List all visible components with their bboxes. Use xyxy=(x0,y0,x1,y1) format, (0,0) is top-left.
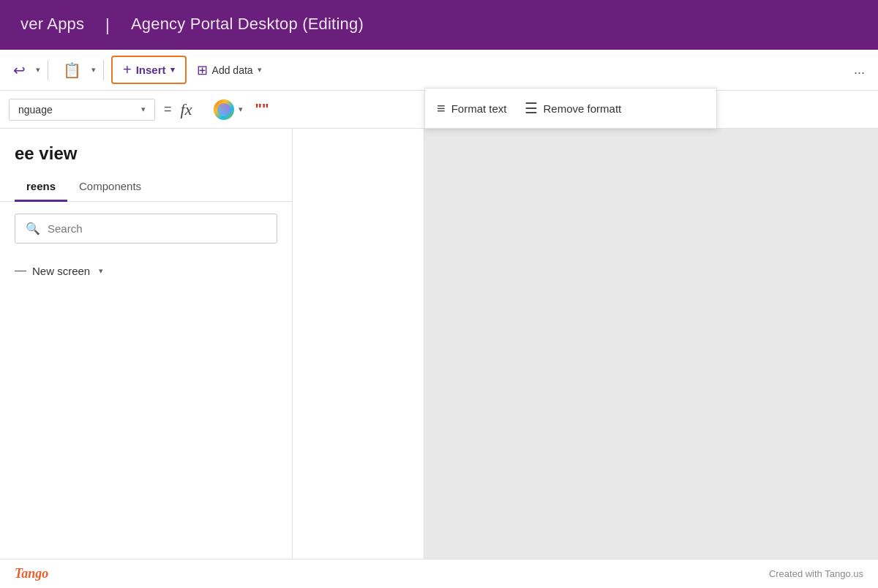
copilot-icon xyxy=(212,98,236,121)
new-screen-chevron-icon: ▾ xyxy=(99,266,103,276)
equals-symbol: = xyxy=(164,102,172,117)
insert-chevron-icon: ▾ xyxy=(170,65,175,75)
remove-format-label: Remove formatt xyxy=(544,102,622,115)
paste-chevron: ▾ xyxy=(91,65,96,75)
search-box[interactable]: 🔍 xyxy=(15,214,277,244)
format-toolbar-dropdown: ≡ Format text ☰ Remove formatt xyxy=(424,88,717,129)
paste-icon: 📋 xyxy=(63,61,81,79)
divider-2 xyxy=(103,60,104,80)
format-text-icon: ≡ xyxy=(437,100,446,117)
add-data-chevron-icon: ▾ xyxy=(258,65,262,75)
bottom-bar: Tango Created with Tango.us xyxy=(0,559,878,588)
svg-point-1 xyxy=(217,103,230,116)
format-text-item[interactable]: ≡ Format text xyxy=(437,100,507,117)
undo-icon: ↩ xyxy=(13,61,26,79)
new-screen-label: New screen xyxy=(32,265,90,277)
insert-label: Insert xyxy=(136,64,166,76)
copilot-area: ▾ xyxy=(212,98,243,121)
format-text-label: Format text xyxy=(451,102,507,115)
tango-credit: Created with Tango.us xyxy=(769,568,863,579)
language-dropdown[interactable]: nguage ▾ xyxy=(9,99,155,121)
search-input[interactable] xyxy=(48,222,266,235)
language-label: nguage xyxy=(18,104,53,116)
header-title: ver Apps | Agency Portal Desktop (Editin… xyxy=(15,15,369,35)
add-data-icon: ⊞ xyxy=(197,62,208,78)
undo-chevron: ▾ xyxy=(36,65,40,75)
tab-screens-label: reens xyxy=(26,180,56,192)
header-title-prefix: ver Apps xyxy=(20,15,84,33)
remove-format-item[interactable]: ☰ Remove formatt xyxy=(525,99,622,117)
paste-button[interactable]: 📋 xyxy=(56,57,89,83)
new-screen-button[interactable]: — New screen ▾ xyxy=(0,255,118,286)
remove-format-icon: ☰ xyxy=(525,99,538,117)
left-panel: ee view reens Components 🔍 — New screen … xyxy=(0,129,293,559)
tab-components-label: Components xyxy=(79,180,141,192)
canvas-area xyxy=(424,129,878,559)
panel-tabs: reens Components xyxy=(0,173,292,202)
undo-button[interactable]: ↩ xyxy=(6,57,33,83)
new-screen-dash-icon: — xyxy=(15,264,26,277)
header-title-main: Agency Portal Desktop (Editing) xyxy=(131,15,364,33)
header-bar: ver Apps | Agency Portal Desktop (Editin… xyxy=(0,0,878,50)
add-data-label: Add data xyxy=(212,64,253,76)
tab-screens[interactable]: reens xyxy=(15,173,67,202)
fx-symbol: fx xyxy=(181,100,192,119)
copilot-chevron-icon: ▾ xyxy=(239,105,243,114)
search-icon: 🔍 xyxy=(26,222,40,235)
divider-1 xyxy=(48,60,48,80)
ellipsis-icon: ... xyxy=(854,62,865,77)
panel-title: ee view xyxy=(0,129,292,173)
insert-button[interactable]: + Insert ▾ xyxy=(111,56,187,84)
add-data-button[interactable]: ⊞ Add data ▾ xyxy=(190,58,269,83)
tango-logo: Tango xyxy=(15,566,48,581)
insert-plus-icon: + xyxy=(123,61,132,78)
more-options-button[interactable]: ... xyxy=(847,58,872,82)
language-chevron-icon: ▾ xyxy=(141,105,146,114)
toolbar: ↩ ▾ 📋 ▾ + Insert ▾ ⊞ Add data ▾ ... xyxy=(0,50,878,91)
quote-marks: "" xyxy=(255,101,269,118)
tab-components[interactable]: Components xyxy=(67,173,153,202)
middle-panel xyxy=(293,129,424,559)
